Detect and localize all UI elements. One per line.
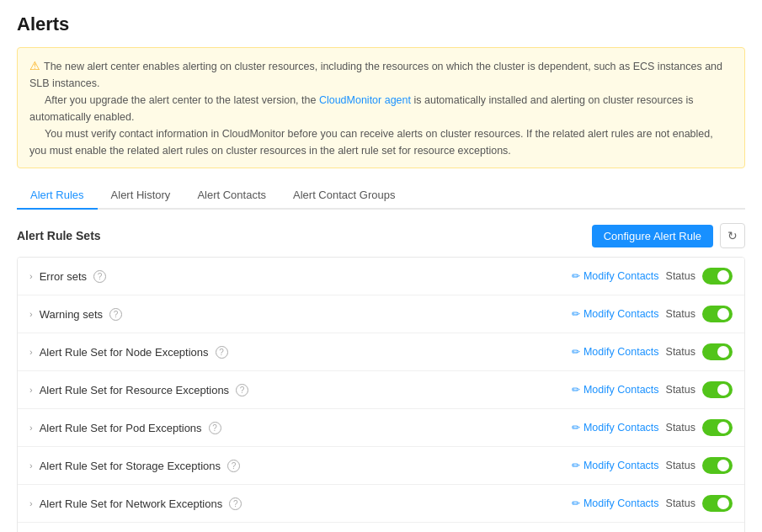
status-label: Status [666,346,695,358]
tabs-container: Alert Rules Alert History Alert Contacts… [17,182,745,210]
help-icon[interactable]: ? [229,497,242,510]
edit-icon: ✏ [572,270,580,282]
edit-icon: ✏ [572,460,580,471]
table-row: › Alert Rule Set for Resource Exceptions… [18,371,744,409]
chevron-right-icon[interactable]: › [29,498,33,508]
header-actions: Configure Alert Rule ↻ [592,223,745,248]
status-toggle[interactable] [702,381,733,398]
rule-name: Alert Rule Set for Storage Exceptions [40,460,221,472]
tab-alert-contact-groups[interactable]: Alert Contact Groups [280,182,408,210]
status-toggle[interactable] [702,495,733,512]
status-toggle[interactable] [702,343,733,360]
table-row: › Alert Rule Set for Node Exceptions ? ✏… [18,333,744,371]
modify-contacts-link[interactable]: ✏ Modify Contacts [572,460,659,471]
status-label: Status [666,497,695,509]
rule-name: Error sets [40,270,87,283]
chevron-right-icon[interactable]: › [29,271,33,281]
configure-alert-rule-button[interactable]: Configure Alert Rule [592,225,713,247]
help-icon[interactable]: ? [236,384,248,396]
chevron-right-icon[interactable]: › [29,347,33,357]
status-toggle[interactable] [702,419,733,436]
table-row: › Warning sets ? ✏ Modify Contacts Statu… [18,295,744,333]
warning-icon: ⚠ [29,56,40,75]
chevron-right-icon[interactable]: › [29,460,33,471]
alert-banner: ⚠The new alert center enables alerting o… [17,47,745,168]
rule-name: Alert Rule Set for Pod Exceptions [40,422,202,434]
table-row: › Alert Rule Set for Pod Exceptions ? ✏ … [18,409,744,447]
alert-rules-list: › Error sets ? ✏ Modify Contacts Status … [17,257,745,532]
rule-name: Alert Rule Set for Network Exceptions [40,497,222,510]
refresh-button[interactable]: ↻ [720,223,745,248]
status-label: Status [666,384,695,396]
tab-alert-history[interactable]: Alert History [98,182,184,210]
section-header: Alert Rule Sets Configure Alert Rule ↻ [17,223,745,248]
table-row: › Alert Rule Set for Storage Exceptions … [18,447,744,485]
edit-icon: ✏ [572,384,580,396]
refresh-icon: ↻ [727,229,738,242]
cloudmonitor-link[interactable]: CloudMonitor agent [319,94,411,106]
status-label: Status [666,460,695,471]
status-toggle[interactable] [702,306,733,322]
edit-icon: ✏ [572,422,580,434]
table-row: › Cluster security events ? ✏ Modify Con… [18,523,744,532]
help-icon[interactable]: ? [216,346,228,359]
table-row: › Error sets ? ✏ Modify Contacts Status [18,258,744,295]
page-title: Alerts [17,13,745,35]
modify-contacts-link[interactable]: ✏ Modify Contacts [572,308,659,320]
help-icon[interactable]: ? [209,422,221,434]
chevron-right-icon[interactable]: › [29,309,33,319]
help-icon[interactable]: ? [109,308,122,321]
modify-contacts-link[interactable]: ✏ Modify Contacts [572,497,659,509]
rule-name: Warning sets [40,308,103,321]
modify-contacts-link[interactable]: ✏ Modify Contacts [572,270,659,282]
chevron-right-icon[interactable]: › [29,385,33,395]
edit-icon: ✏ [572,346,580,358]
help-icon[interactable]: ? [227,460,240,472]
section-title: Alert Rule Sets [17,229,101,242]
status-label: Status [666,308,695,320]
edit-icon: ✏ [572,308,580,320]
modify-contacts-link[interactable]: ✏ Modify Contacts [572,384,659,396]
modify-contacts-link[interactable]: ✏ Modify Contacts [572,346,659,358]
rule-name: Alert Rule Set for Resource Exceptions [40,384,229,396]
status-toggle[interactable] [702,268,733,285]
edit-icon: ✏ [572,497,580,509]
tab-alert-contacts[interactable]: Alert Contacts [184,182,280,210]
rule-name: Alert Rule Set for Node Exceptions [40,346,209,359]
chevron-right-icon[interactable]: › [29,423,33,433]
table-row: › Alert Rule Set for Network Exceptions … [18,485,744,523]
help-icon[interactable]: ? [93,270,106,283]
status-label: Status [666,270,695,282]
tab-alert-rules[interactable]: Alert Rules [17,182,98,210]
modify-contacts-link[interactable]: ✏ Modify Contacts [572,422,659,434]
status-label: Status [666,422,695,434]
status-toggle[interactable] [702,457,733,474]
